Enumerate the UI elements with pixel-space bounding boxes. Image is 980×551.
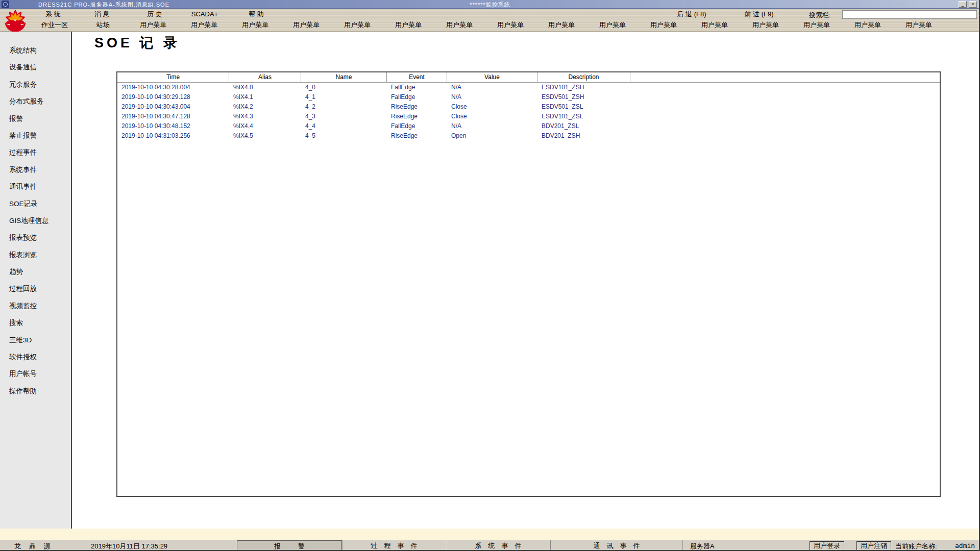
column-header-time[interactable]: Time: [117, 72, 229, 82]
sidebar-item-alarm-disable[interactable]: 禁止报警: [0, 130, 71, 147]
cell-description: ESDV501_ZSL: [537, 102, 630, 112]
cell-time: 2019-10-10 04:30:43.004: [117, 102, 229, 112]
sidebar-item-report-browse[interactable]: 报表浏览: [0, 249, 71, 266]
user-menu-1[interactable]: 用户菜单: [128, 20, 179, 30]
column-header-value[interactable]: Value: [447, 72, 537, 82]
cell-name: 4_1: [301, 92, 387, 102]
user-menu-6[interactable]: 用户菜单: [383, 20, 434, 30]
status-bar: 龙 鼎 源 2019年10月11日 17:35:29 报警 过程事件 系统事件 …: [0, 540, 980, 551]
comm-events-toggle[interactable]: 通讯事件: [551, 540, 683, 551]
cell-description: ESDV101_ZSL: [537, 112, 630, 121]
sidebar-item-process-replay[interactable]: 过程回放: [0, 283, 71, 300]
menu-help[interactable]: 帮 助: [233, 10, 279, 19]
sidebar-item-device-comm[interactable]: 设备通信: [0, 62, 71, 79]
sidebar-item-video[interactable]: 视频监控: [0, 300, 71, 317]
menu-history[interactable]: 历 史: [132, 10, 178, 19]
search-input[interactable]: [842, 10, 977, 19]
table-header-row: Time Alias Name Event Value Description: [117, 72, 940, 83]
sidebar-item-license[interactable]: 软件授权: [0, 352, 71, 368]
cell-event: FallEdge: [387, 83, 447, 92]
search-label: 搜索栏:: [809, 11, 831, 20]
cell-alias: %IX4.5: [229, 131, 301, 141]
user-menu-12[interactable]: 用户菜单: [689, 20, 740, 30]
system-events-toggle[interactable]: 系统事件: [446, 540, 551, 551]
alarm-toggle[interactable]: 报警: [237, 540, 342, 551]
user-menu-10[interactable]: 用户菜单: [587, 20, 638, 30]
column-header-event[interactable]: Event: [387, 72, 447, 82]
cell-event: FallEdge: [387, 92, 447, 102]
table-row[interactable]: 2019-10-10 04:30:29.128 %IX4.1 4_1 FallE…: [117, 92, 940, 102]
user-menu-14[interactable]: 用户菜单: [791, 20, 842, 30]
user-menu-13[interactable]: 用户菜单: [740, 20, 791, 30]
column-header-description[interactable]: Description: [537, 72, 630, 82]
title-bar: ******监控系统 DRESS21C PRO-服务器A-系统图.消息组.SOE…: [0, 0, 980, 9]
sidebar-item-gis[interactable]: GIS地理信息: [0, 215, 71, 232]
user-menu-3[interactable]: 用户菜单: [230, 20, 281, 30]
minimize-button[interactable]: _: [959, 1, 967, 8]
sidebar-item-system-structure[interactable]: 系统结构: [0, 45, 71, 62]
sidebar-item-3d[interactable]: 三维3D: [0, 335, 71, 352]
menu-message[interactable]: 消 息: [79, 10, 125, 19]
sidebar-item-report-preview[interactable]: 报表预览: [0, 232, 71, 249]
table-row[interactable]: 2019-10-10 04:30:43.004 %IX4.2 4_2 RiseE…: [117, 102, 940, 112]
cell-description: ESDV101_ZSH: [537, 83, 630, 92]
sidebar-item-user-account[interactable]: 用户帐号: [0, 368, 71, 385]
cell-alias: %IX4.1: [229, 92, 301, 102]
page-title: SOE 记 录: [94, 34, 180, 52]
sidebar-item-system-events[interactable]: 系统事件: [0, 164, 71, 181]
sidebar-item-comm-events[interactable]: 通讯事件: [0, 181, 71, 198]
menu-system[interactable]: 系 统: [30, 10, 76, 19]
window-title: DRESS21C PRO-服务器A-系统图.消息组.SOE: [38, 1, 169, 9]
sidebar-item-process-events[interactable]: 过程事件: [0, 147, 71, 164]
column-header-name[interactable]: Name: [301, 72, 387, 82]
sidebar-item-help[interactable]: 操作帮助: [0, 386, 71, 403]
cell-value: N/A: [447, 92, 537, 102]
cell-name: 4_5: [301, 131, 387, 141]
cell-time: 2019-10-10 04:30:28.004: [117, 83, 229, 92]
cell-value: Close: [447, 102, 537, 112]
cell-event: RiseEdge: [387, 131, 447, 141]
user-menu-5[interactable]: 用户菜单: [332, 20, 383, 30]
table-row[interactable]: 2019-10-10 04:30:47.128 %IX4.3 4_3 RiseE…: [117, 112, 940, 121]
sidebar-item-trend[interactable]: 趋势: [0, 266, 71, 283]
cell-alias: %IX4.2: [229, 102, 301, 112]
table-row[interactable]: 2019-10-10 04:31:03.256 %IX4.5 4_5 RiseE…: [117, 131, 940, 141]
sidebar-item-alarm[interactable]: 报警: [0, 113, 71, 130]
login-button[interactable]: 用户登录: [810, 541, 844, 550]
sidebar-item-search[interactable]: 搜索: [0, 317, 71, 334]
cell-event: RiseEdge: [387, 102, 447, 112]
nav-station[interactable]: 站场: [80, 20, 126, 30]
cell-time: 2019-10-10 04:30:29.128: [117, 92, 229, 102]
user-menu-8[interactable]: 用户菜单: [485, 20, 536, 30]
sidebar-item-redundancy[interactable]: 冗余服务: [0, 79, 71, 96]
user-menu-4[interactable]: 用户菜单: [281, 20, 332, 30]
sidebar-item-soe-records[interactable]: SOE记录: [0, 198, 71, 215]
logout-button[interactable]: 用户注销: [856, 541, 891, 550]
cell-time: 2019-10-10 04:30:47.128: [117, 112, 229, 121]
cell-description: BDV201_ZSL: [537, 121, 630, 131]
bottom-spacer-strip: [0, 529, 980, 540]
back-button[interactable]: 后 退 (F8): [651, 10, 732, 19]
cell-name: 4_3: [301, 112, 387, 121]
menu-scada[interactable]: SCADA+: [182, 10, 228, 19]
menu-bar: 系 统 消 息 历 史 SCADA+ 帮 助 后 退 (F8) 前 进 (F9)…: [0, 9, 980, 32]
cell-alias: %IX4.4: [229, 121, 301, 131]
column-header-alias[interactable]: Alias: [229, 72, 301, 82]
cell-alias: %IX4.0: [229, 83, 301, 92]
cell-time: 2019-10-10 04:30:48.152: [117, 121, 229, 131]
cell-name: 4_2: [301, 102, 387, 112]
table-row[interactable]: 2019-10-10 04:30:48.152 %IX4.4 4_4 FallE…: [117, 121, 940, 131]
user-menu-7[interactable]: 用户菜单: [434, 20, 485, 30]
user-menu-2[interactable]: 用户菜单: [179, 20, 230, 30]
nav-region[interactable]: 作业一区: [32, 20, 78, 30]
close-button[interactable]: ×: [969, 1, 977, 8]
table-row[interactable]: 2019-10-10 04:30:28.004 %IX4.0 4_0 FallE…: [117, 83, 940, 92]
sidebar-item-distributed[interactable]: 分布式服务: [0, 96, 71, 113]
process-events-toggle[interactable]: 过程事件: [342, 540, 446, 551]
user-menu-16[interactable]: 用户菜单: [893, 20, 944, 30]
user-menu-11[interactable]: 用户菜单: [638, 20, 689, 30]
cell-time: 2019-10-10 04:31:03.256: [117, 131, 229, 141]
forward-button[interactable]: 前 进 (F9): [721, 10, 797, 19]
user-menu-15[interactable]: 用户菜单: [842, 20, 893, 30]
user-menu-9[interactable]: 用户菜单: [536, 20, 587, 30]
